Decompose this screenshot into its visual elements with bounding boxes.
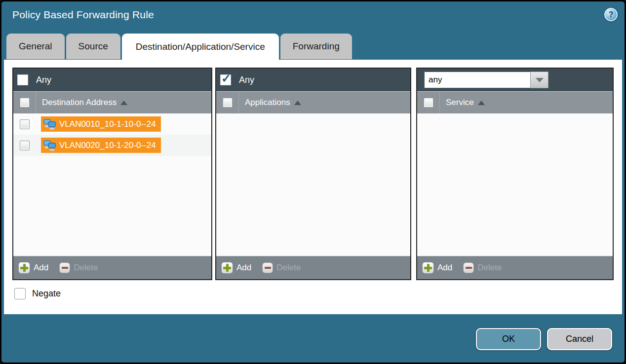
applications-footer-bar: Add Delete (216, 256, 410, 279)
address-object-badge[interactable]: VLAN0010_10-1-10-0--24 (41, 116, 161, 132)
address-object-badge[interactable]: VLAN0020_10-1-20-0--24 (41, 138, 161, 153)
service-footer-bar: Add Delete (417, 256, 613, 279)
help-glyph: ? (609, 10, 614, 19)
service-column-sort[interactable]: Service (446, 98, 485, 108)
applications-select-all-checkbox[interactable] (223, 98, 233, 108)
tab-general[interactable]: General (6, 34, 65, 59)
plus-icon (221, 262, 233, 274)
table-row: VLAN0010_10-1-10-0--24 (13, 113, 211, 135)
network-icon (43, 140, 56, 151)
applications-any-bar: ✓ Any (216, 69, 410, 91)
service-list (417, 113, 613, 256)
delete-application-button[interactable]: Delete (262, 262, 301, 273)
service-panel: Service Add Delete (416, 68, 614, 280)
destination-column-label: Destination Address (42, 98, 117, 108)
negate-option: Negate (14, 288, 61, 299)
plus-icon (18, 262, 30, 274)
service-dropdown-input[interactable] (424, 72, 530, 88)
service-dropdown-button[interactable] (530, 72, 548, 88)
tab-forwarding[interactable]: Forwarding (280, 34, 352, 59)
destination-any-bar: Any (13, 69, 211, 91)
minus-icon (59, 262, 70, 273)
service-column-label: Service (446, 98, 474, 108)
minus-icon (262, 262, 273, 273)
tab-destination-application-service[interactable]: Destination/Application/Service (122, 34, 279, 60)
negate-checkbox[interactable] (14, 288, 26, 299)
destination-any-label: Any (36, 75, 51, 85)
sort-ascending-icon (120, 101, 127, 105)
plus-icon (422, 262, 434, 274)
service-column-header: Service (417, 91, 613, 113)
destination-select-all-checkbox[interactable] (20, 98, 30, 108)
add-service-button[interactable]: Add (422, 262, 452, 274)
tab-bar: General Source Destination/Application/S… (6, 34, 352, 60)
applications-list (216, 113, 410, 256)
sort-ascending-icon (478, 101, 485, 105)
ok-button[interactable]: OK (476, 328, 541, 350)
applications-column-header: Applications (216, 91, 410, 113)
add-application-button[interactable]: Add (221, 262, 251, 274)
service-dropdown[interactable] (424, 72, 548, 88)
checkmark-icon: ✓ (221, 72, 231, 85)
row-checkbox[interactable] (20, 141, 30, 150)
service-select-all-checkbox[interactable] (424, 98, 433, 108)
dialog-title: Policy Based Forwarding Rule (12, 9, 154, 21)
delete-service-button[interactable]: Delete (463, 262, 502, 273)
destination-address-list: VLAN0010_10-1-10-0--24 (13, 113, 211, 256)
sort-ascending-icon (294, 101, 301, 105)
destination-column-header: Destination Address (13, 91, 211, 113)
minus-icon (463, 262, 474, 273)
address-object-label: VLAN0010_10-1-10-0--24 (59, 119, 156, 129)
applications-any-label: Any (239, 75, 254, 85)
delete-destination-button[interactable]: Delete (59, 262, 98, 273)
table-row: VLAN0020_10-1-20-0--24 (13, 135, 211, 156)
add-destination-button[interactable]: Add (18, 262, 48, 274)
service-dropdown-bar (417, 69, 613, 91)
destination-column-sort[interactable]: Destination Address (42, 98, 127, 108)
destination-footer-bar: Add Delete (13, 256, 211, 279)
row-checkbox[interactable] (20, 119, 30, 129)
applications-column-sort[interactable]: Applications (245, 98, 301, 108)
policy-based-forwarding-dialog: Policy Based Forwarding Rule ? General S… (0, 0, 626, 364)
destination-address-panel: Any Destination Address (12, 68, 212, 280)
panels-container: Any Destination Address (12, 68, 614, 280)
applications-panel: ✓ Any Applications Add (215, 68, 411, 280)
help-icon[interactable]: ? (604, 8, 618, 21)
destination-any-checkbox[interactable] (17, 74, 28, 85)
applications-column-label: Applications (245, 98, 290, 108)
negate-label: Negate (32, 289, 61, 299)
chevron-down-icon (536, 78, 544, 82)
address-object-label: VLAN0020_10-1-20-0--24 (59, 141, 156, 150)
tab-source[interactable]: Source (66, 34, 120, 59)
cancel-button[interactable]: Cancel (547, 328, 612, 350)
network-icon (43, 119, 56, 130)
applications-any-checkbox[interactable]: ✓ (220, 74, 231, 85)
tab-content-area: Any Destination Address (4, 60, 622, 314)
